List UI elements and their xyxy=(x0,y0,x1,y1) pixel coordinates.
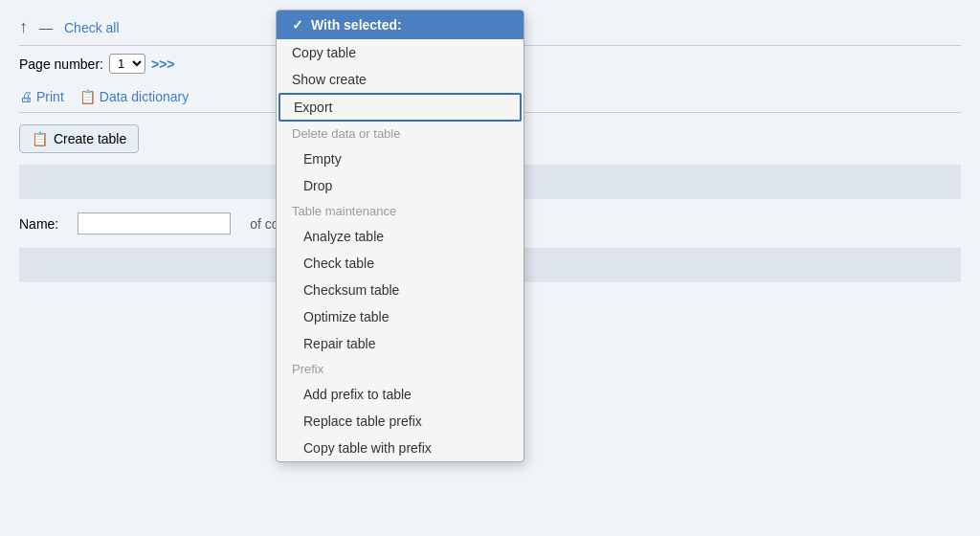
dropdown-menu: With selected: Copy table Show create Ex… xyxy=(276,10,524,462)
menu-item-analyze[interactable]: Analyze table xyxy=(277,223,523,250)
data-dictionary-icon: 📋 xyxy=(79,89,96,104)
create-table-icon: 📋 xyxy=(32,131,48,146)
page-number-label: Page number: xyxy=(19,56,103,72)
menu-item-empty[interactable]: Empty xyxy=(277,145,523,172)
nav-arrows[interactable]: >>> xyxy=(151,56,175,72)
print-icon: 🖨 xyxy=(19,89,33,104)
name-label: Name: xyxy=(19,216,58,232)
menu-item-export[interactable]: Export xyxy=(278,93,522,122)
create-table-button[interactable]: 📋 Create table xyxy=(19,124,139,153)
print-link[interactable]: 🖨 Print xyxy=(19,89,64,104)
menu-item-check[interactable]: Check table xyxy=(277,250,523,277)
page-number-select[interactable]: 1 xyxy=(109,54,145,74)
menu-item-copy-table[interactable]: Copy table xyxy=(277,39,523,66)
menu-item-replace-prefix[interactable]: Replace table prefix xyxy=(277,408,523,435)
menu-item-show-create[interactable]: Show create xyxy=(277,66,523,93)
menu-item-copy-prefix[interactable]: Copy table with prefix xyxy=(277,435,523,461)
menu-item-add-prefix[interactable]: Add prefix to table xyxy=(277,381,523,408)
menu-item-optimize[interactable]: Optimize table xyxy=(277,303,523,330)
menu-item-repair[interactable]: Repair table xyxy=(277,330,523,357)
menu-section-prefix: Prefix xyxy=(277,357,523,381)
menu-section-delete: Delete data or table xyxy=(277,122,523,145)
menu-section-maintenance: Table maintenance xyxy=(277,199,523,223)
back-icon: ↑ xyxy=(19,17,28,37)
menu-header[interactable]: With selected: xyxy=(277,11,523,39)
name-input[interactable] xyxy=(78,212,231,234)
dash-separator: — xyxy=(39,20,53,35)
data-dictionary-link[interactable]: 📋 Data dictionary xyxy=(79,89,189,104)
check-all-link[interactable]: Check all xyxy=(64,20,120,35)
menu-item-drop[interactable]: Drop xyxy=(277,172,523,199)
menu-item-checksum[interactable]: Checksum table xyxy=(277,277,523,303)
